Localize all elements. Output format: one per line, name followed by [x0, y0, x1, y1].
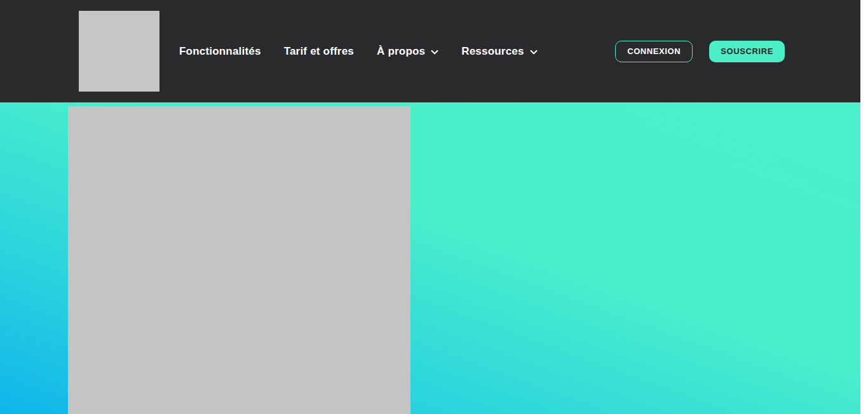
site-header: Fonctionnalités Tarif et offres À propos… [0, 0, 860, 102]
nav-item-label: Tarif et offres [284, 45, 354, 58]
subscribe-button[interactable]: SOUSCRIRE [709, 41, 785, 62]
header-actions: CONNEXION SOUSCRIRE [615, 41, 785, 62]
nav-item-label: Ressources [461, 45, 524, 58]
chevron-down-icon [431, 50, 438, 55]
nav-item-ressources[interactable]: Ressources [461, 45, 537, 58]
chevron-down-icon [530, 50, 538, 55]
nav-item-tarif-et-offres[interactable]: Tarif et offres [284, 45, 354, 58]
hero-section [0, 102, 860, 414]
page: Fonctionnalités Tarif et offres À propos… [0, 0, 860, 414]
nav-item-fonctionnalites[interactable]: Fonctionnalités [179, 45, 261, 58]
hero-image-placeholder [68, 106, 410, 414]
nav-item-label: À propos [377, 45, 425, 58]
scrollbar[interactable] [860, 0, 868, 414]
nav-item-a-propos[interactable]: À propos [377, 45, 438, 58]
main-nav: Fonctionnalités Tarif et offres À propos… [179, 45, 538, 58]
login-button[interactable]: CONNEXION [615, 41, 693, 62]
site-logo[interactable] [79, 11, 159, 92]
nav-item-label: Fonctionnalités [179, 45, 261, 58]
